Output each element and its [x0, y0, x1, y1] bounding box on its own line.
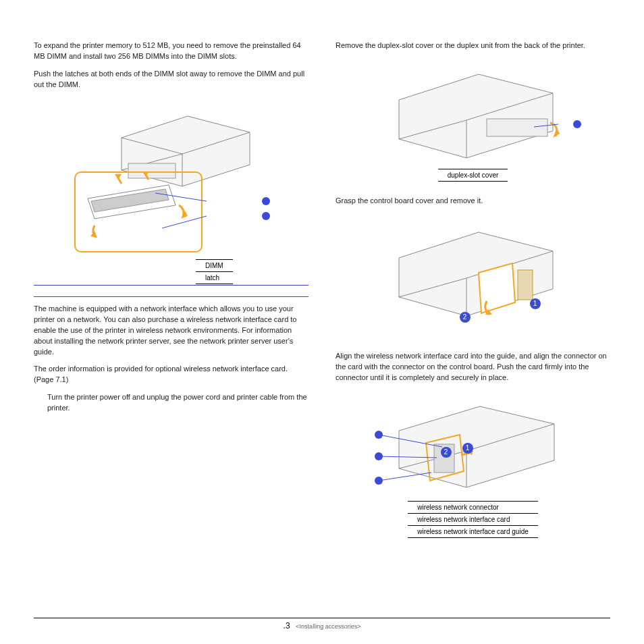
- figure-duplex-cover: duplex-slot cover: [336, 58, 610, 186]
- svg-marker-15: [479, 263, 515, 313]
- figure-control-board: 2 1: [336, 213, 610, 342]
- right-column: Remove the duplex-slot cover or the dupl…: [336, 41, 610, 608]
- wireless-label-table: wireless network connector wireless netw…: [408, 501, 538, 538]
- duplex-label-table: duplex-slot cover: [438, 169, 508, 182]
- para-power-off: Turn the printer power off and unplug th…: [34, 392, 308, 414]
- label-wireless-guide: wireless network interface card guide: [408, 525, 538, 537]
- svg-line-24: [379, 473, 431, 481]
- para-network-intro: The machine is equipped with a network i…: [34, 304, 308, 358]
- svg-rect-11: [487, 119, 547, 136]
- figure-wireless-card: 2 1 wireless network connector wireless …: [336, 390, 610, 525]
- printer-board-icon: [385, 213, 561, 328]
- dimm-detail-icon: [74, 171, 203, 252]
- svg-line-23: [379, 456, 437, 458]
- label-dimm: DIMM: [196, 259, 233, 271]
- para-remove-duplex: Remove the duplex-slot cover or the dupl…: [336, 41, 610, 51]
- printer-back-icon: [385, 58, 561, 166]
- svg-marker-4: [90, 231, 97, 238]
- leader-lines-icon: [203, 197, 270, 220]
- page-number: .3: [284, 621, 290, 630]
- dimm-label-table: DIMM latch: [196, 259, 233, 284]
- label-wireless-connector: wireless network connector: [408, 501, 538, 513]
- section-name: <Installing accessories>: [296, 623, 360, 630]
- leader-lines-wireless-icon: [375, 431, 442, 485]
- callout-2: 2: [460, 312, 471, 323]
- left-column: To expand the printer memory to 512 MB, …: [34, 41, 308, 608]
- label-duplex-cover: duplex-slot cover: [438, 169, 508, 181]
- label-wireless-card: wireless network interface card: [408, 513, 538, 525]
- para-memory-expand: To expand the printer memory to 512 MB, …: [34, 41, 308, 62]
- section-divider: [34, 285, 308, 297]
- para-grasp-board: Grasp the control board cover and remove…: [336, 196, 610, 207]
- para-align-card: Align the wireless network interface car…: [336, 351, 610, 383]
- callout-1: 1: [530, 298, 541, 309]
- label-latch: latch: [196, 271, 233, 284]
- svg-marker-6: [115, 174, 122, 180]
- para-latches: Push the latches at both ends of the DIM…: [34, 69, 308, 90]
- leader-line-icon: [554, 120, 581, 128]
- callout-2b: 2: [441, 447, 452, 458]
- svg-rect-17: [518, 270, 533, 300]
- svg-marker-10: [399, 74, 553, 158]
- figure-dimm-removal: DIMM latch: [34, 97, 308, 273]
- page-footer: .3 <Installing accessories>: [34, 618, 610, 630]
- para-order-info: The order information is provided for op…: [34, 364, 308, 385]
- svg-line-22: [379, 435, 442, 447]
- callout-1b: 1: [462, 443, 473, 454]
